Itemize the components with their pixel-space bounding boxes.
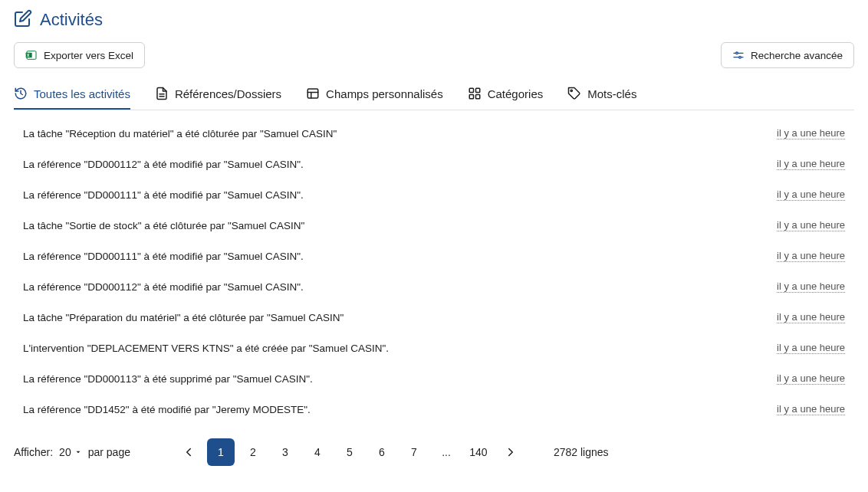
edit-square-icon	[14, 9, 32, 30]
tab-categories[interactable]: Catégories	[468, 80, 544, 110]
chevron-right-icon	[504, 445, 518, 459]
activity-list: La tâche "Réception du matériel" a été c…	[14, 118, 854, 425]
tab-custom-fields[interactable]: Champs personnalisés	[306, 80, 443, 110]
activity-text: La référence "DD000113" à été supprimé p…	[23, 373, 313, 385]
activity-row: La tâche "Sortie de stock" a été clôturé…	[14, 210, 854, 241]
activity-time[interactable]: il y a une heure	[777, 158, 845, 170]
activity-text: La référence "DD1452" à été modifié par …	[23, 404, 311, 415]
activity-time[interactable]: il y a une heure	[777, 342, 845, 354]
svg-rect-11	[469, 88, 473, 92]
activity-row: La référence "DD000111" à été modifié pa…	[14, 241, 854, 271]
activity-row: L'intervention "DEPLACEMENT VERS KTNS" a…	[14, 333, 854, 363]
activity-time[interactable]: il y a une heure	[777, 127, 845, 139]
tabs: Toutes les activités Références/Dossiers…	[14, 80, 854, 110]
activity-text: La tâche "Préparation du matériel" a été…	[23, 312, 344, 323]
svg-point-5	[739, 56, 741, 58]
sliders-icon	[732, 49, 745, 61]
tab-label: Toutes les activités	[34, 87, 130, 100]
svg-rect-1	[26, 53, 32, 58]
excel-icon	[25, 49, 38, 61]
page-button-7[interactable]: 7	[400, 438, 428, 466]
activity-time[interactable]: il y a une heure	[777, 250, 845, 262]
page-prev-button[interactable]	[175, 438, 202, 466]
tab-label: Mots-clés	[587, 87, 636, 100]
activity-text: L'intervention "DEPLACEMENT VERS KTNS" a…	[23, 343, 389, 354]
page-size-value: 20	[59, 446, 71, 458]
activity-time[interactable]: il y a une heure	[777, 280, 845, 293]
export-excel-label: Exporter vers Excel	[44, 50, 133, 61]
page-button-2[interactable]: 2	[239, 438, 267, 466]
activity-time[interactable]: il y a une heure	[777, 311, 845, 323]
pagination: Afficher: 20 par page 1 2 3 4 5 6 7 ... …	[14, 425, 854, 474]
tab-all-activities[interactable]: Toutes les activités	[14, 80, 130, 110]
svg-rect-12	[475, 88, 479, 92]
caret-down-icon	[74, 448, 82, 456]
activity-text: La tâche "Réception du matériel" a été c…	[23, 128, 337, 139]
show-label: Afficher:	[14, 446, 53, 458]
activity-row: La référence "DD000111" à été modifié pa…	[14, 179, 854, 210]
page-ellipsis: ...	[432, 438, 460, 466]
svg-point-15	[570, 90, 572, 91]
page-title: Activités	[40, 10, 103, 30]
page-button-4[interactable]: 4	[304, 438, 331, 466]
activity-text: La référence "DD000111" à été modifié pa…	[23, 251, 304, 262]
per-page-label: par page	[88, 446, 130, 458]
page-button-1[interactable]: 1	[207, 438, 235, 466]
activity-row: La référence "DD000113" à été supprimé p…	[14, 363, 854, 394]
activity-time[interactable]: il y a une heure	[777, 403, 845, 415]
tab-label: Champs personnalisés	[326, 87, 443, 100]
tab-label: Catégories	[488, 87, 544, 100]
total-rows: 2782 lignes	[554, 446, 609, 458]
tab-keywords[interactable]: Mots-clés	[567, 80, 636, 110]
activity-text: La tâche "Sortie de stock" a été clôturé…	[23, 220, 304, 231]
page-button-6[interactable]: 6	[368, 438, 396, 466]
svg-rect-14	[475, 95, 479, 99]
svg-point-3	[736, 52, 738, 54]
tab-label: Références/Dossiers	[175, 87, 281, 100]
page-header: Activités	[14, 9, 854, 30]
svg-rect-8	[307, 89, 318, 98]
page-button-last[interactable]: 140	[465, 438, 492, 466]
export-excel-button[interactable]: Exporter vers Excel	[14, 42, 145, 68]
activity-row: La référence "DD000112" à été modifié pa…	[14, 271, 854, 302]
activity-text: La référence "DD000112" à été modifié pa…	[23, 159, 304, 170]
page-size-select[interactable]: 20	[59, 446, 82, 458]
tab-references[interactable]: Références/Dossiers	[155, 80, 281, 110]
page-button-5[interactable]: 5	[336, 438, 363, 466]
activity-time[interactable]: il y a une heure	[777, 372, 845, 385]
activity-text: La référence "DD000112" à été modifié pa…	[23, 281, 304, 293]
advanced-search-button[interactable]: Recherche avancée	[721, 42, 854, 68]
activity-row: La tâche "Réception du matériel" a été c…	[14, 118, 854, 149]
page-next-button[interactable]	[497, 438, 524, 466]
activity-time[interactable]: il y a une heure	[777, 189, 845, 201]
activity-row: La tâche "Préparation du matériel" a été…	[14, 302, 854, 333]
advanced-search-label: Recherche avancée	[751, 50, 843, 61]
activity-time[interactable]: il y a une heure	[777, 219, 845, 231]
svg-rect-13	[469, 95, 473, 99]
page-button-3[interactable]: 3	[271, 438, 299, 466]
activity-row: La référence "DD000112" à été modifié pa…	[14, 149, 854, 179]
activity-text: La référence "DD000111" à été modifié pa…	[23, 189, 304, 201]
chevron-left-icon	[182, 445, 196, 459]
activity-row: La référence "DD1452" à été modifié par …	[14, 394, 854, 425]
